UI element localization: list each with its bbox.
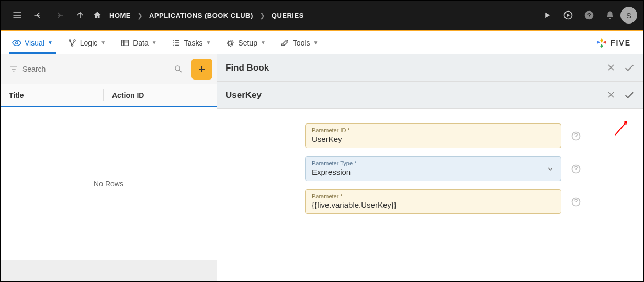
close-icon[interactable] (606, 89, 616, 101)
tab-label: Data (133, 39, 149, 47)
add-button[interactable] (191, 59, 212, 80)
column-actionid[interactable]: Action ID (112, 91, 144, 99)
logo-text: FIVE (611, 39, 631, 47)
chevron-right-icon: ❯ (137, 12, 143, 19)
field-label: Parameter ID * (312, 127, 555, 133)
tasks-icon (172, 38, 181, 48)
help-icon[interactable] (571, 164, 581, 174)
tab-label: Tools (293, 39, 310, 47)
svg-point-5 (74, 40, 75, 41)
parameter-type-field[interactable]: Parameter Type * Expression (305, 156, 561, 181)
close-icon[interactable] (606, 62, 616, 74)
forward-icon (49, 5, 70, 26)
field-label: Parameter * (312, 193, 555, 199)
chevron-down-icon: ▼ (152, 40, 157, 46)
help-icon[interactable] (571, 197, 581, 207)
chevron-down-icon: ▼ (313, 40, 319, 46)
search-input[interactable] (22, 65, 174, 73)
svg-point-6 (71, 44, 73, 46)
chevron-down-icon (546, 165, 555, 173)
gear-icon (225, 38, 235, 48)
tab-visual[interactable]: Visual ▼ (5, 31, 60, 54)
column-title[interactable]: Title (9, 91, 103, 99)
search-row (1, 54, 217, 84)
svg-rect-7 (121, 40, 129, 46)
tab-setup[interactable]: Setup ▼ (218, 31, 273, 54)
form-area: Parameter ID * UserKey Parameter Type * … (217, 109, 643, 282)
chevron-down-icon: ▼ (261, 40, 266, 46)
empty-text: No Rows (94, 179, 123, 188)
panel-header-findbook: Find Book (217, 54, 643, 82)
tab-label: Tasks (184, 39, 203, 47)
chevron-down-icon: ▼ (100, 40, 106, 46)
logo-icon (596, 37, 607, 49)
search-icon[interactable] (174, 64, 183, 74)
field-row-parameter: Parameter * {{five.variable.UserKey}} (242, 189, 618, 214)
tools-icon (280, 38, 290, 48)
tab-tasks[interactable]: Tasks ▼ (164, 31, 219, 54)
crumb-applications[interactable]: APPLICATIONS (BOOK CLUB) (145, 12, 257, 19)
panel-title: Find Book (225, 63, 606, 73)
field-row-parameter-id: Parameter ID * UserKey (242, 123, 618, 148)
play-icon[interactable] (537, 5, 558, 26)
field-value: UserKey (312, 134, 555, 143)
check-icon[interactable] (624, 89, 635, 101)
svg-point-8 (175, 66, 180, 71)
main: Title Action ID No Rows Find Book UserKe… (1, 54, 643, 282)
table-body: No Rows (1, 107, 217, 260)
up-icon[interactable] (70, 5, 91, 26)
help-icon[interactable] (571, 131, 581, 141)
eye-icon (12, 38, 21, 48)
search-box (5, 61, 187, 77)
tab-data[interactable]: Data ▼ (113, 31, 164, 54)
cloud-icon[interactable] (558, 5, 579, 26)
chevron-down-icon: ▼ (206, 40, 211, 46)
tabs-row: Visual ▼ Logic ▼ Data ▼ Tasks ▼ Setup ▼ … (1, 31, 643, 54)
table-header: Title Action ID (1, 84, 217, 107)
bell-icon[interactable] (600, 5, 620, 26)
panel-title: UserKey (225, 90, 606, 100)
left-footer (1, 260, 217, 282)
filter-icon[interactable] (9, 64, 18, 74)
help-icon[interactable]: ? (579, 5, 600, 26)
crumb-queries[interactable]: QUERIES (267, 12, 308, 19)
tab-label: Visual (25, 39, 44, 47)
chevron-right-icon: ❯ (259, 12, 265, 19)
chevron-down-icon: ▼ (48, 40, 53, 46)
home-crumb[interactable]: HOME (93, 5, 135, 26)
data-icon (120, 38, 130, 48)
parameter-field[interactable]: Parameter * {{five.variable.UserKey}} (305, 189, 561, 214)
field-value: Expression (312, 167, 555, 176)
home-label: HOME (105, 12, 135, 19)
svg-point-4 (69, 40, 71, 41)
tab-label: Logic (80, 39, 97, 47)
tab-label: Setup (238, 39, 257, 47)
menu-icon[interactable] (7, 5, 28, 26)
left-panel: Title Action ID No Rows (1, 54, 217, 282)
field-row-parameter-type: Parameter Type * Expression (242, 156, 618, 181)
avatar[interactable]: S (620, 7, 637, 24)
column-divider (103, 89, 104, 101)
field-label: Parameter Type * (312, 160, 555, 166)
topbar: HOME ❯ APPLICATIONS (BOOK CLUB) ❯ QUERIE… (1, 1, 643, 30)
svg-text:?: ? (587, 12, 591, 18)
breadcrumb: HOME ❯ APPLICATIONS (BOOK CLUB) ❯ QUERIE… (93, 5, 308, 26)
logic-icon (67, 38, 77, 48)
svg-point-3 (16, 41, 18, 44)
tab-logic[interactable]: Logic ▼ (60, 31, 113, 54)
logo: FIVE (596, 31, 639, 54)
back-icon[interactable] (28, 5, 49, 26)
check-icon[interactable] (624, 62, 635, 74)
tab-tools[interactable]: Tools ▼ (273, 31, 326, 54)
panel-header-userkey: UserKey (217, 82, 643, 109)
field-value: {{five.variable.UserKey}} (312, 200, 555, 209)
right-panel: Find Book UserKey (217, 54, 643, 282)
parameter-id-field[interactable]: Parameter ID * UserKey (305, 123, 561, 148)
